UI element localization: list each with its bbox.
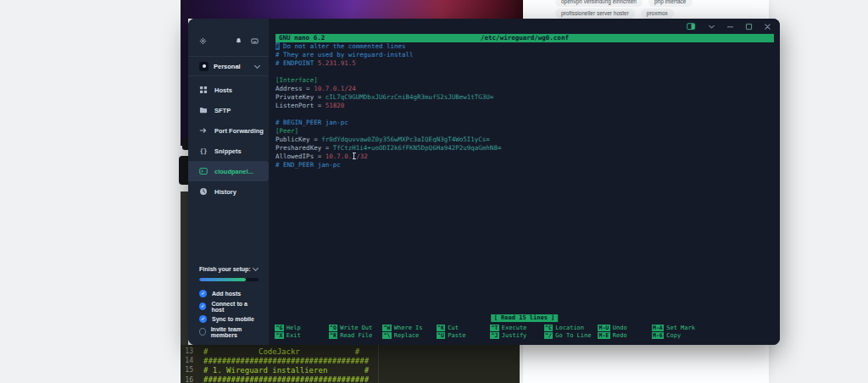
editor-line-number: 14 — [181, 357, 198, 364]
clock-icon — [199, 187, 208, 196]
shortcut-label: Read File — [340, 332, 372, 339]
nano-titlebar: GNU nano 6.2 /etc/wireguard/wg0.conf — [275, 34, 774, 42]
sidebar-item-history[interactable]: History — [188, 181, 269, 202]
search-chip-row: openvpn verbindung einrichtenphp interfa… — [555, 0, 693, 7]
edge-tab — [179, 156, 188, 185]
shortcut-key: M-6 — [652, 332, 665, 339]
terminal-line: # They are used by wireguard-install — [275, 51, 778, 59]
split-view-icon[interactable] — [686, 22, 697, 31]
nano-shortcut: ^XExit — [275, 332, 329, 341]
nano-shortcut: M-ASet Mark — [652, 324, 706, 332]
notepad-editor-window[interactable]: 13# CodeJackr #14#######################… — [181, 345, 520, 383]
terminal-token: = — [321, 144, 333, 152]
folder-icon — [199, 106, 208, 114]
terminal-token: = — [303, 85, 314, 92]
shortcut-key: ^K — [437, 325, 446, 331]
close-icon[interactable] — [764, 23, 771, 31]
shortcut-key: ^W — [382, 325, 392, 331]
setup-step-label: Invite team members — [211, 326, 259, 338]
terminal-line: # Do not alter the commented lines — [275, 42, 778, 51]
minimize-icon[interactable] — [726, 23, 734, 31]
shortcut-label: Write Out — [340, 325, 372, 331]
terminal-token: = — [310, 136, 322, 143]
terminal-line: # END_PEER jan-pc — [275, 161, 778, 169]
search-chip[interactable]: php interface — [648, 0, 693, 7]
shortcut-label: Execute — [502, 325, 527, 331]
search-chip[interactable]: proxmox — [641, 8, 674, 19]
sidebar-item-hosts[interactable]: Hosts — [188, 80, 269, 100]
nano-shortcut: ^OWrite Out — [329, 324, 383, 332]
nano-shortcut: M-UUndo — [598, 324, 652, 332]
checked-circle-icon: ✓ — [199, 290, 207, 297]
terminal-line: PresharedKey = TfCtzH1i4+uoODI2k6fFKN5Dp… — [275, 144, 778, 153]
terminal-prompt-icon — [199, 167, 208, 175]
setup-step[interactable]: Invite team members — [199, 325, 259, 338]
workspace-avatar — [199, 62, 209, 71]
nano-shortcut: ^WWhere Is — [382, 324, 437, 332]
terminal-token: # ENDPOINT — [275, 59, 318, 67]
keyboard-icon[interactable] — [250, 37, 259, 45]
sidebar: Personal HostsSFTPPort Forwarding{}Snipp… — [188, 19, 269, 345]
setup-panel-header[interactable]: Finish your setup: — [199, 264, 259, 274]
editor-code-line: #################################### — [203, 357, 369, 365]
sidebar-item-label: cloudpanel... — [214, 168, 253, 175]
sidebar-item-port-forwarding[interactable]: Port Forwarding — [188, 120, 269, 141]
nano-shortcut: M-6Copy — [652, 332, 706, 341]
setup-step[interactable]: ✓Add hosts — [199, 287, 259, 300]
editor-line-number: 15 — [181, 366, 198, 374]
search-chip-row: profissioneller server hosterproxmox — [555, 8, 674, 19]
terminal-token: # BEGIN_PEER jan-pc — [275, 119, 348, 126]
notifications-bell-icon[interactable] — [235, 37, 242, 45]
sidebar-item-cloudpanel[interactable]: cloudpanel... — [188, 161, 269, 181]
workspace-label: Personal — [214, 63, 241, 70]
text-cursor-ibeam — [353, 153, 354, 159]
setup-panel: Finish your setup: ✓Add hosts✓Connect to… — [188, 264, 269, 345]
setup-step[interactable]: ✓Sync to mobile — [199, 313, 259, 325]
arrow-right-icon — [199, 126, 208, 135]
terminal-token: [Peer] — [275, 127, 298, 135]
terminal-token: PublicKey — [275, 136, 310, 143]
shortcut-key: M-U — [598, 325, 610, 331]
editor-line: 14#################################### — [181, 356, 520, 365]
nano-filepath: /etc/wireguard/wg0.conf — [275, 34, 774, 42]
shortcut-key: ^T — [490, 325, 499, 331]
settings-gear-icon[interactable] — [199, 37, 207, 45]
editor-code-line: # 1. Wireguard installieren # — [203, 366, 369, 375]
terminal-token: Do not alter the commented lines — [280, 42, 406, 50]
nano-shortcut: ^GHelp — [275, 324, 329, 332]
shortcut-key: ^R — [329, 332, 338, 339]
shortcut-label: Cut — [448, 325, 459, 331]
terminal-token: cIL7qC9GUMDbxJU6rzCniB4gR3mufS2sJUBew1tT… — [326, 93, 494, 101]
setup-step[interactable]: ✓Connect to a host — [199, 300, 259, 313]
termius-window: Personal HostsSFTPPort Forwarding{}Snipp… — [188, 19, 780, 345]
search-chip[interactable]: profissioneller server hoster — [555, 8, 635, 19]
terminal-token: ListenPort — [275, 102, 314, 109]
chevron-down-icon[interactable] — [708, 23, 715, 31]
shortcut-key: M-A — [652, 325, 665, 331]
terminal-pane[interactable]: GNU nano 6.2 /etc/wireguard/wg0.conf # D… — [269, 19, 780, 345]
terminal-screen[interactable]: # Do not alter the commented lines# They… — [275, 42, 778, 169]
terminal-line: ListenPort = 51820 — [275, 102, 778, 110]
maximize-icon[interactable] — [745, 23, 753, 31]
shortcut-key: ^O — [329, 325, 338, 331]
shortcut-label: Set Mark — [666, 325, 695, 331]
nano-shortcuts: ^GHelp^OWrite Out^WWhere Is^KCut^TExecut… — [275, 324, 705, 340]
terminal-token: = — [314, 93, 326, 101]
editor-code-line: # CodeJackr # — [203, 347, 359, 356]
terminal-token: # They are used by wireguard-install — [275, 51, 414, 58]
shortcut-label: Paste — [448, 332, 465, 339]
terminal-line: # BEGIN_PEER jan-pc — [275, 119, 778, 127]
terminal-token: TfCtzH1i4+uoODI2k6fFKN5DpQ6Ha942P2u9qaGm… — [333, 144, 502, 152]
nano-shortcut: ^TExecute — [490, 324, 544, 332]
sidebar-item-snippets[interactable]: {}Snippets — [188, 141, 269, 161]
editor-code-line: #################################### — [203, 375, 369, 383]
status-message: [ Read 15 lines ] — [491, 314, 559, 323]
sidebar-item-sftp[interactable]: SFTP — [188, 100, 269, 120]
shortcut-label: Copy — [666, 332, 681, 339]
search-chip[interactable]: openvpn verbindung einrichten — [555, 0, 643, 7]
sidebar-spacer — [188, 202, 269, 264]
terminal-token: # END_PEER jan-pc — [275, 161, 341, 169]
shortcut-label: Go To Line — [555, 332, 591, 339]
shortcut-key: ^C — [544, 325, 554, 331]
workspace-selector[interactable]: Personal — [188, 57, 269, 76]
